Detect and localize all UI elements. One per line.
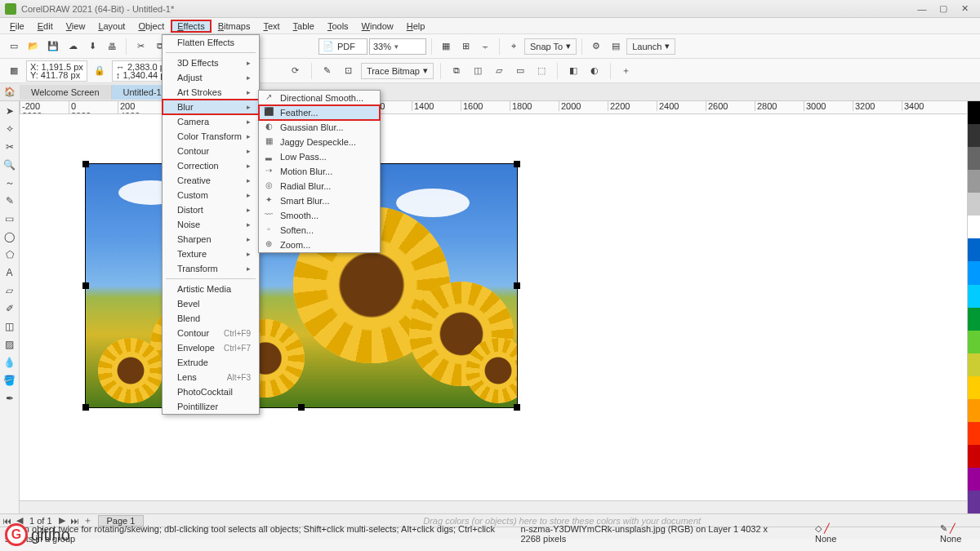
horizontal-scrollbar[interactable] bbox=[20, 500, 980, 513]
outline-indicator[interactable]: ✎ ╱ None bbox=[940, 523, 975, 544]
blur-item-directional-smooth-[interactable]: ↗Directional Smooth... bbox=[259, 91, 380, 105]
blur-item-zoom-[interactable]: ⊕Zoom... bbox=[259, 238, 380, 252]
new-icon[interactable]: ▭ bbox=[5, 38, 23, 56]
shape-tool-icon[interactable]: ✧ bbox=[2, 121, 18, 137]
menu-item-art-strokes[interactable]: Art Strokes bbox=[163, 85, 259, 100]
menu-text[interactable]: Text bbox=[256, 20, 286, 33]
minimize-button[interactable]: — bbox=[911, 4, 933, 14]
interactive-tool-icon[interactable]: ◫ bbox=[2, 318, 18, 335]
align-icon[interactable]: ⫟ bbox=[476, 38, 494, 56]
options-icon[interactable]: ⚙ bbox=[587, 38, 605, 56]
color-swatch[interactable] bbox=[968, 422, 980, 445]
cloud-icon[interactable]: ☁ bbox=[64, 38, 82, 56]
open-icon[interactable]: 📂 bbox=[24, 38, 42, 56]
menu-table[interactable]: Table bbox=[287, 20, 321, 33]
crop-tool-icon[interactable]: ✂ bbox=[2, 139, 18, 155]
cut-icon[interactable]: ✂ bbox=[131, 38, 149, 56]
color-swatch[interactable] bbox=[968, 308, 980, 331]
menu-item-custom[interactable]: Custom bbox=[163, 188, 259, 202]
menu-item-noise[interactable]: Noise bbox=[163, 217, 259, 232]
lock-ratio-icon[interactable]: 🔒 bbox=[91, 62, 109, 80]
menu-effects[interactable]: Effects bbox=[171, 20, 211, 33]
menu-item-texture[interactable]: Texture bbox=[163, 247, 259, 261]
mask-icon[interactable]: ◐ bbox=[586, 62, 604, 80]
menu-item-adjust[interactable]: Adjust bbox=[163, 70, 259, 85]
menu-item-distort[interactable]: Distort bbox=[163, 202, 259, 217]
close-button[interactable]: ✕ bbox=[954, 3, 975, 14]
menu-item-color-transform[interactable]: Color Transform bbox=[163, 129, 259, 144]
menu-view[interactable]: View bbox=[60, 20, 92, 33]
eyedropper-tool-icon[interactable]: 💧 bbox=[2, 354, 18, 371]
menu-item-pointillizer[interactable]: Pointillizer bbox=[163, 399, 259, 414]
layout-icon[interactable]: ▤ bbox=[607, 38, 625, 56]
tab-welcome[interactable]: Welcome Screen bbox=[20, 85, 112, 100]
color-swatch[interactable] bbox=[968, 491, 980, 513]
menu-item-3d-effects[interactable]: 3D Effects bbox=[163, 56, 259, 70]
menu-item-camera[interactable]: Camera bbox=[163, 114, 259, 129]
color-swatch[interactable] bbox=[968, 238, 980, 261]
snap-icon[interactable]: ⌖ bbox=[505, 38, 523, 56]
menu-object[interactable]: Object bbox=[131, 20, 171, 33]
menu-item-sharpen[interactable]: Sharpen bbox=[163, 232, 259, 247]
color-swatch[interactable] bbox=[968, 353, 980, 376]
menu-item-contour[interactable]: ContourCtrl+F9 bbox=[163, 326, 259, 340]
freehand-tool-icon[interactable]: ～ bbox=[2, 175, 18, 191]
blur-item-smart-blur-[interactable]: ✦Smart Blur... bbox=[259, 193, 380, 208]
edit-bitmap-icon[interactable]: ✎ bbox=[318, 62, 336, 80]
artistic-tool-icon[interactable]: ✎ bbox=[2, 193, 18, 209]
fill-indicator[interactable]: ◇ ╱ None bbox=[815, 523, 849, 544]
home-tab-icon[interactable]: 🏠 bbox=[0, 87, 20, 97]
pixel-grid-icon[interactable]: ▩ bbox=[5, 62, 23, 80]
ellipse-tool-icon[interactable]: ◯ bbox=[2, 229, 18, 245]
menu-tools[interactable]: Tools bbox=[321, 20, 355, 33]
crop-icon[interactable]: ⧉ bbox=[448, 62, 466, 80]
rectangle-tool-icon[interactable]: ▭ bbox=[2, 211, 18, 227]
menu-help[interactable]: Help bbox=[400, 20, 432, 33]
blur-item-feather-[interactable]: ⬛Feather... bbox=[259, 105, 380, 120]
color-swatch[interactable] bbox=[968, 331, 980, 353]
menu-item-bevel[interactable]: Bevel bbox=[163, 296, 259, 311]
color-swatch[interactable] bbox=[968, 124, 980, 147]
menu-item-photococktail[interactable]: PhotoCocktail bbox=[163, 384, 259, 399]
blur-item-smooth-[interactable]: 〰Smooth... bbox=[259, 208, 380, 223]
blur-item-jaggy-despeckle-[interactable]: ▦Jaggy Despeckle... bbox=[259, 135, 380, 149]
color-swatch[interactable] bbox=[968, 468, 980, 491]
blur-item-motion-blur-[interactable]: ⇢Motion Blur... bbox=[259, 164, 380, 179]
zoom-tool-icon[interactable]: 🔍 bbox=[2, 157, 18, 173]
blur-item-low-pass-[interactable]: ▂Low Pass... bbox=[259, 149, 380, 164]
menu-file[interactable]: File bbox=[3, 20, 31, 33]
wrap-icon[interactable]: ⬚ bbox=[532, 62, 550, 80]
transparency-tool-icon[interactable]: ▨ bbox=[2, 336, 18, 353]
menu-window[interactable]: Window bbox=[355, 20, 400, 33]
menu-item-blur[interactable]: Blur bbox=[163, 100, 259, 114]
menu-edit[interactable]: Edit bbox=[31, 20, 60, 33]
color-swatch[interactable] bbox=[968, 216, 980, 238]
save-icon[interactable]: 💾 bbox=[44, 38, 62, 56]
menu-item-envelope[interactable]: EnvelopeCtrl+F7 bbox=[163, 340, 259, 355]
plus-icon[interactable]: ＋ bbox=[617, 62, 635, 80]
pick-tool-icon[interactable]: ➤ bbox=[2, 103, 18, 119]
menu-item-extrude[interactable]: Extrude bbox=[163, 355, 259, 370]
color-swatch[interactable] bbox=[968, 376, 980, 399]
color-swatch[interactable] bbox=[968, 399, 980, 422]
perspective-icon[interactable]: ▱ bbox=[490, 62, 508, 80]
polygon-tool-icon[interactable]: ⬠ bbox=[2, 247, 18, 263]
cloud-down-icon[interactable]: ⬇ bbox=[83, 38, 101, 56]
color-swatch[interactable] bbox=[968, 101, 980, 124]
snap-to-combo[interactable]: Snap To▾ bbox=[524, 38, 577, 55]
menu-item-creative[interactable]: Creative bbox=[163, 173, 259, 188]
color-palette[interactable] bbox=[967, 101, 980, 513]
blur-item-radial-blur-[interactable]: ◎Radial Blur... bbox=[259, 179, 380, 193]
color-swatch[interactable] bbox=[968, 170, 980, 193]
menu-item-flatten-effects[interactable]: Flatten Effects bbox=[163, 35, 259, 50]
guides-icon[interactable]: ⊞ bbox=[457, 38, 474, 56]
menu-item-lens[interactable]: LensAlt+F3 bbox=[163, 370, 259, 384]
blur-item-gaussian-blur-[interactable]: ◐Gaussian Blur... bbox=[259, 120, 380, 135]
straighten-icon[interactable]: ◫ bbox=[469, 62, 487, 80]
menu-item-transform[interactable]: Transform bbox=[163, 261, 259, 276]
dropper-tool-icon[interactable]: ✐ bbox=[2, 300, 18, 317]
color-swatch[interactable] bbox=[968, 147, 980, 170]
color-swatch[interactable] bbox=[968, 193, 980, 216]
fill-tool-icon[interactable]: 🪣 bbox=[2, 372, 18, 389]
text-tool-icon[interactable]: A bbox=[2, 264, 18, 281]
